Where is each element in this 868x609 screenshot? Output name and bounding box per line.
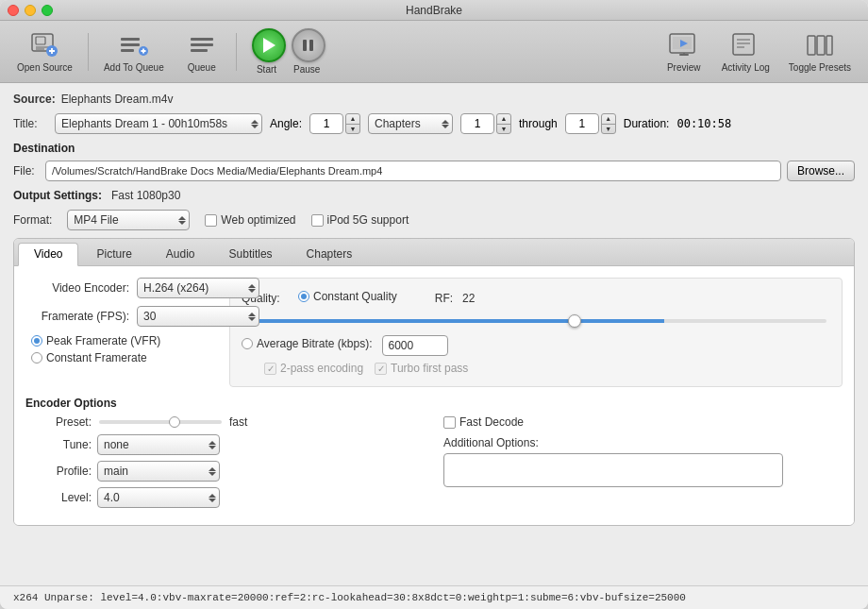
angle-up-btn[interactable]: ▲: [346, 114, 359, 125]
chapter-to-stepper[interactable]: ▲ ▼: [565, 113, 616, 134]
svg-rect-27: [826, 36, 832, 55]
peak-framerate-radio[interactable]: [31, 335, 42, 347]
chapters-select[interactable]: Chapters: [368, 113, 453, 134]
tab-video[interactable]: Video: [18, 243, 78, 266]
ipod-support-label: iPod 5G support: [327, 213, 409, 227]
angle-down-btn[interactable]: ▼: [346, 125, 359, 134]
pause-button[interactable]: [292, 28, 326, 62]
tune-label: Tune:: [25, 438, 92, 451]
queue-button[interactable]: Queue: [175, 26, 228, 76]
start-pause-group: Start Pause: [244, 26, 333, 76]
bitrate-input[interactable]: [382, 335, 448, 356]
level-label: Level:: [25, 491, 92, 504]
main-window: HandBrake Open Source: [0, 0, 868, 609]
profile-select[interactable]: main high baseline: [97, 461, 220, 482]
profile-label: Profile:: [25, 465, 92, 478]
turbo-first-pass-checkbox: [375, 363, 387, 375]
chapter-to-input[interactable]: [565, 113, 599, 134]
ipod-support-checkbox-label[interactable]: iPod 5G support: [311, 213, 409, 227]
web-optimized-checkbox-label[interactable]: Web optimized: [205, 213, 295, 227]
activity-log-button[interactable]: Activity Log: [714, 26, 777, 76]
framerate-select-wrapper: 30 24 25: [137, 306, 259, 327]
chapter-to-up-btn[interactable]: ▲: [602, 114, 615, 125]
additional-options-row: Additional Options:: [443, 436, 843, 490]
browse-button[interactable]: Browse...: [787, 161, 855, 181]
chapter-to-down-btn[interactable]: ▼: [602, 125, 615, 134]
peak-framerate-radio-label[interactable]: Peak Framerate (VFR): [31, 334, 214, 347]
level-select[interactable]: 4.0 3.1 4.1: [97, 487, 220, 508]
level-select-wrapper: 4.0 3.1 4.1: [97, 487, 220, 508]
format-select-wrapper: MP4 File MKV File: [67, 210, 190, 230]
close-button[interactable]: [8, 5, 19, 16]
avg-bitrate-radio-label[interactable]: Average Bitrate (kbps):: [242, 337, 373, 350]
title-select-wrapper: Elephants Dream 1 - 00h10m58s: [55, 113, 262, 134]
output-settings-label: Output Settings:: [13, 189, 102, 202]
format-select[interactable]: MP4 File MKV File: [67, 210, 190, 230]
queue-label: Queue: [188, 62, 216, 73]
file-path-input[interactable]: [45, 161, 781, 181]
chapter-from-down-btn[interactable]: ▼: [497, 125, 510, 134]
tab-picture[interactable]: Picture: [80, 243, 147, 265]
maximize-button[interactable]: [42, 5, 53, 16]
quality-slider[interactable]: [245, 319, 826, 323]
output-preset-value: Fast 1080p30: [111, 189, 180, 202]
preset-row: Preset: fast: [25, 415, 425, 429]
svg-rect-15: [191, 49, 208, 52]
angle-input[interactable]: [309, 113, 343, 134]
rf-label: RF:: [435, 292, 453, 305]
constant-framerate-radio[interactable]: [31, 352, 42, 364]
preview-label: Preview: [667, 62, 701, 73]
constant-framerate-label: Constant Framerate: [46, 351, 147, 364]
title-row: Title: Elephants Dream 1 - 00h10m58s Ang…: [13, 113, 855, 134]
tab-chapters[interactable]: Chapters: [291, 243, 369, 265]
peak-framerate-label: Peak Framerate (VFR): [46, 334, 160, 347]
framerate-label: Framerate (FPS):: [25, 310, 129, 323]
two-pass-checkbox: [264, 363, 276, 375]
two-pass-label: 2-pass encoding: [280, 362, 363, 375]
avg-bitrate-radio[interactable]: [242, 338, 253, 349]
tune-row: Tune: none film animation: [25, 434, 425, 455]
additional-options-textarea[interactable]: [443, 453, 783, 487]
preset-slider[interactable]: [99, 420, 222, 424]
toggle-presets-button[interactable]: Toggle Presets: [781, 26, 859, 76]
web-optimized-checkbox[interactable]: [205, 214, 217, 227]
preset-value: fast: [229, 415, 247, 429]
preview-button[interactable]: Preview: [658, 26, 710, 76]
unparse-text: x264 Unparse: level=4.0:vbv-maxrate=2000…: [13, 592, 686, 603]
toggle-presets-icon: [805, 30, 835, 60]
add-to-queue-button[interactable]: Add To Queue: [96, 26, 172, 76]
encoder-select[interactable]: H.264 (x264) H.265 (x265): [137, 278, 259, 298]
title-select[interactable]: Elephants Dream 1 - 00h10m58s: [55, 113, 262, 134]
tab-audio[interactable]: Audio: [150, 243, 211, 265]
angle-label: Angle:: [270, 117, 302, 130]
framerate-mode-group: Peak Framerate (VFR) Constant Framerate: [31, 334, 214, 364]
fast-decode-checkbox[interactable]: [443, 416, 456, 429]
angle-stepper[interactable]: ▲ ▼: [309, 113, 360, 134]
tune-select-wrapper: none film animation: [97, 434, 220, 455]
start-button[interactable]: [252, 28, 286, 62]
open-source-button[interactable]: Open Source: [9, 26, 80, 76]
tune-select[interactable]: none film animation: [97, 434, 220, 455]
chapter-from-input[interactable]: [460, 113, 494, 134]
minimize-button[interactable]: [25, 5, 36, 16]
ipod-support-checkbox[interactable]: [311, 214, 324, 227]
activity-log-icon: [730, 30, 760, 60]
duration-value: 00:10:58: [676, 117, 731, 130]
constant-quality-radio[interactable]: [298, 291, 309, 302]
fast-decode-checkbox-label[interactable]: Fast Decode: [443, 415, 843, 429]
add-to-queue-icon: [119, 30, 149, 60]
encoder-options-heading: Encoder Options: [25, 397, 843, 410]
tab-subtitles[interactable]: Subtitles: [213, 243, 289, 265]
framerate-select[interactable]: 30 24 25: [137, 306, 259, 327]
tabs-bar: Video Picture Audio Subtitles Chapters: [14, 239, 854, 266]
pause-label: Pause: [293, 64, 320, 75]
chapter-from-stepper[interactable]: ▲ ▼: [460, 113, 511, 134]
traffic-lights: [8, 5, 53, 16]
constant-framerate-radio-label[interactable]: Constant Framerate: [31, 351, 214, 364]
source-line: Source: Elephants Dream.m4v: [13, 93, 855, 106]
chapter-from-up-btn[interactable]: ▲: [497, 114, 510, 125]
open-source-label: Open Source: [17, 62, 73, 73]
window-title: HandBrake: [406, 4, 462, 17]
fast-decode-label: Fast Decode: [459, 415, 524, 429]
constant-quality-radio-label[interactable]: Constant Quality: [298, 290, 397, 303]
